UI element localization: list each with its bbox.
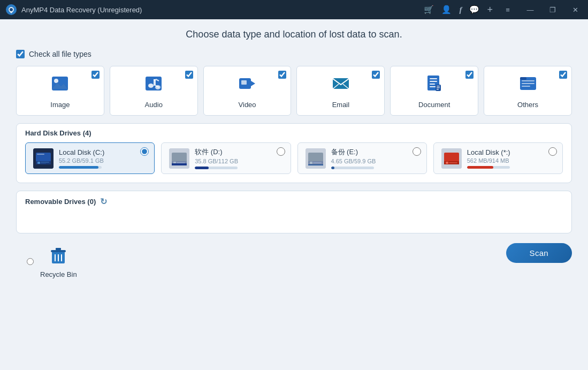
svg-rect-49 (310, 162, 312, 164)
recycle-area: Recycle Bin (16, 241, 77, 278)
app-title: AnyMP4 Data Recovery (Unregistered) (21, 6, 424, 14)
drive-d-size: 35.8 GB/112 GB (195, 158, 238, 164)
svg-rect-58 (51, 250, 66, 252)
document-icon (425, 74, 444, 97)
drive-star[interactable]: Local Disk (*:) 562 MB/914 MB (433, 142, 563, 174)
check-all-checkbox[interactable] (16, 50, 25, 58)
file-type-audio[interactable]: Audio (110, 66, 198, 116)
svg-point-1 (10, 8, 13, 11)
svg-rect-30 (522, 80, 534, 81)
drive-d-radio[interactable] (277, 147, 285, 156)
app-logo (5, 4, 17, 16)
svg-rect-35 (37, 154, 44, 155)
svg-rect-23 (430, 86, 436, 87)
drive-c-size: 55.2 GB/59.1 GB (59, 157, 104, 164)
drive-d[interactable]: 软件 (D:) 35.8 GB/112 GB (161, 142, 291, 174)
drive-e-size: 4.65 GB/59.9 GB (331, 158, 376, 164)
drive-d-fill (195, 167, 209, 169)
drive-c-name: Local Disk (C:) (59, 148, 104, 156)
drive-star-bar (467, 166, 510, 169)
file-type-document[interactable]: Document (390, 66, 478, 116)
video-checkbox[interactable] (278, 71, 286, 79)
minimize-button[interactable]: — (523, 2, 538, 17)
others-label: Others (517, 101, 538, 109)
svg-rect-9 (154, 79, 156, 80)
drive-star-info: Local Disk (*:) 562 MB/914 MB (467, 148, 510, 169)
svg-rect-38 (41, 162, 49, 163)
audio-label: Audio (145, 101, 163, 109)
drive-e[interactable]: 备份 (E:) 4.65 GB/59.9 GB (297, 142, 427, 174)
recycle-radio[interactable] (27, 258, 34, 265)
svg-rect-56 (449, 162, 457, 163)
drive-e-radio[interactable] (413, 147, 421, 156)
svg-rect-15 (241, 80, 247, 85)
hard-disk-drives-section: Hard Disk Drives (4) (16, 123, 572, 183)
svg-rect-51 (308, 164, 323, 165)
facebook-icon[interactable]: f (459, 5, 462, 14)
svg-point-12 (155, 85, 161, 89)
recycle-bin-label: Recycle Bin (40, 270, 77, 278)
svg-rect-44 (177, 162, 185, 163)
drive-e-icon (306, 148, 326, 169)
svg-point-3 (54, 79, 58, 83)
file-type-others[interactable]: Others (484, 66, 572, 116)
file-type-image[interactable]: Image (16, 66, 104, 116)
video-icon (238, 74, 257, 97)
drive-c-radio[interactable] (140, 147, 149, 156)
menu-button[interactable]: ≡ (500, 2, 515, 17)
drive-d-bar (195, 167, 238, 169)
drive-d-info: 软件 (D:) 35.8 GB/112 GB (195, 147, 238, 169)
scan-btn-area: Scan (506, 241, 572, 263)
document-checkbox[interactable] (465, 71, 474, 79)
check-all-label: Check all file types (29, 50, 91, 58)
drive-d-name: 软件 (D:) (195, 147, 238, 157)
drive-star-name: Local Disk (*:) (467, 148, 510, 156)
drives-row: Local Disk (C:) 55.2 GB/59.1 GB (25, 142, 563, 174)
title-bar-actions: 🛒 👤 f 💬 + ≡ — ❐ ✕ (424, 2, 583, 17)
audio-checkbox[interactable] (185, 71, 193, 79)
drive-d-icon (169, 148, 189, 169)
svg-rect-22 (430, 84, 435, 85)
svg-rect-55 (446, 162, 448, 164)
recycle-bin-icon (50, 246, 67, 268)
drive-c-icon (33, 148, 54, 169)
drive-c-info: Local Disk (C:) 55.2 GB/59.1 GB (59, 148, 104, 169)
audio-icon (144, 74, 163, 97)
file-type-video[interactable]: Video (203, 66, 292, 116)
file-type-email[interactable]: Email (296, 66, 385, 116)
removable-drives-label: Removable Drives (0) (25, 198, 96, 206)
recycle-bin-item[interactable]: Recycle Bin (40, 246, 77, 278)
removable-drives-header: Removable Drives (0) ↻ (25, 197, 563, 207)
restore-button[interactable]: ❐ (545, 2, 560, 17)
svg-rect-25 (437, 86, 440, 87)
cart-icon[interactable]: 🛒 (424, 5, 434, 14)
user-icon[interactable]: 👤 (441, 5, 452, 14)
svg-rect-37 (37, 162, 40, 164)
svg-rect-39 (41, 163, 46, 164)
close-button[interactable]: ✕ (568, 2, 583, 17)
scan-button[interactable]: Scan (506, 243, 572, 263)
svg-rect-26 (437, 87, 440, 88)
image-checkbox[interactable] (91, 71, 100, 79)
svg-rect-50 (313, 162, 322, 163)
email-icon (331, 74, 350, 97)
drive-star-radio[interactable] (548, 147, 557, 156)
svg-rect-20 (430, 78, 437, 79)
email-checkbox[interactable] (372, 71, 380, 79)
others-icon (518, 74, 538, 97)
refresh-icon[interactable]: ↻ (100, 197, 107, 207)
email-label: Email (332, 101, 350, 109)
chat-icon[interactable]: 💬 (469, 5, 479, 14)
others-checkbox[interactable] (559, 71, 567, 79)
add-icon[interactable]: + (487, 4, 493, 16)
bottom-row: Recycle Bin Scan (16, 241, 572, 278)
check-all-row: Check all file types (16, 50, 572, 58)
drive-e-fill (331, 167, 334, 169)
svg-rect-27 (437, 89, 439, 90)
hard-disk-drives-label: Hard Disk Drives (4) (25, 129, 91, 137)
drive-star-fill (467, 166, 494, 169)
page-title: Choose data type and location of lost da… (16, 29, 572, 40)
drive-star-size: 562 MB/914 MB (467, 157, 510, 164)
drive-e-bar (331, 167, 374, 169)
drive-c[interactable]: Local Disk (C:) 55.2 GB/59.1 GB (25, 142, 155, 174)
